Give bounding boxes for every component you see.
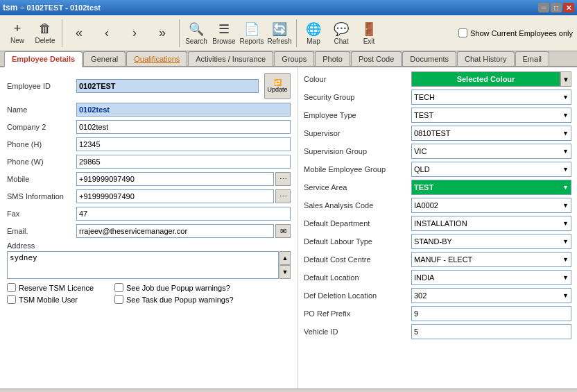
phone-h-input[interactable] xyxy=(76,137,291,151)
tab-post-code[interactable]: Post Code xyxy=(351,51,402,66)
def-deletion-location-row: Def Deletion Location 302 ▼ xyxy=(304,288,571,303)
browse-icon: ☰ xyxy=(218,22,230,37)
default-location-row: Default Location INDIA ▼ xyxy=(304,270,571,285)
supervision-group-control: VIC ▼ xyxy=(411,144,571,159)
back2-button[interactable]: « xyxy=(66,17,92,49)
default-cost-centre-row: Default Cost Centre MANUF - ELECT ▼ xyxy=(304,252,571,267)
colour-scroll-btn[interactable]: ▼ xyxy=(560,71,571,87)
colour-row: Colour Selected Colour ▼ xyxy=(304,71,571,87)
vehicle-id-input[interactable] xyxy=(411,324,571,339)
supervisor-value: 0810TEST xyxy=(414,129,451,137)
default-department-control: INSTALLATION ▼ xyxy=(411,216,571,231)
minimize-button[interactable]: ─ xyxy=(538,3,549,12)
email-input[interactable] xyxy=(76,224,274,238)
search-button[interactable]: 🔍 Search xyxy=(183,17,209,49)
sms-input[interactable] xyxy=(76,189,274,203)
map-button[interactable]: 🌐 Map xyxy=(300,17,327,49)
search-label: Search xyxy=(185,37,207,45)
sms-label: SMS Information xyxy=(7,192,76,201)
employee-type-dropdown[interactable]: TEST ▼ xyxy=(411,108,571,123)
exit-icon: 🚪 xyxy=(361,22,377,37)
task-popup-checkbox[interactable] xyxy=(114,295,123,304)
maximize-button[interactable]: □ xyxy=(551,3,562,12)
tab-general[interactable]: General xyxy=(83,51,126,66)
default-cost-centre-dropdown[interactable]: MANUF - ELECT ▼ xyxy=(411,252,571,267)
sales-analysis-code-label: Sales Analysis Code xyxy=(304,201,411,210)
new-button[interactable]: + New xyxy=(4,17,31,49)
name-input[interactable] xyxy=(76,103,291,117)
sales-analysis-code-arrow: ▼ xyxy=(562,202,569,209)
forward2-button[interactable]: » xyxy=(149,17,175,49)
default-department-value: INSTALLATION xyxy=(414,219,467,228)
address-label: Address xyxy=(7,241,291,250)
company2-label: Company 2 xyxy=(7,123,76,131)
tab-activities-insurance[interactable]: Activities / Insurance xyxy=(188,51,273,66)
address-scroll-down[interactable]: ▼ xyxy=(279,265,291,279)
supervisor-dropdown[interactable]: 0810TEST ▼ xyxy=(411,126,571,141)
email-label: Email. xyxy=(7,227,76,235)
tsm-mobile-checkbox[interactable] xyxy=(7,295,16,304)
default-labour-type-dropdown[interactable]: STAND-BY ▼ xyxy=(411,234,571,249)
employee-type-arrow: ▼ xyxy=(562,112,569,119)
def-deletion-location-dropdown[interactable]: 302 ▼ xyxy=(411,288,571,303)
mobile-employee-group-value: QLD xyxy=(414,165,430,173)
mobile-btn[interactable]: ⋯ xyxy=(275,172,291,186)
tab-qualifications[interactable]: Qualifications xyxy=(126,51,187,66)
job-popup-checkbox[interactable] xyxy=(114,283,123,292)
back-button[interactable]: ‹ xyxy=(94,17,120,49)
service-area-dropdown[interactable]: TEST ▼ xyxy=(411,180,571,195)
sales-analysis-code-dropdown[interactable]: IA0002 ▼ xyxy=(411,198,571,213)
company2-row: Company 2 xyxy=(7,120,291,134)
security-group-dropdown[interactable]: TECH ▼ xyxy=(411,90,571,105)
reports-button[interactable]: 📄 Reports xyxy=(239,17,265,49)
left-checkboxes: Reserve TSM Licence TSM Mobile User xyxy=(7,283,94,307)
company2-input[interactable] xyxy=(76,120,291,134)
mobile-employee-group-control: QLD ▼ xyxy=(411,162,571,177)
browse-button[interactable]: ☰ Browse xyxy=(211,17,237,49)
tab-groups[interactable]: Groups xyxy=(274,51,314,66)
address-input[interactable]: sydney xyxy=(7,251,279,279)
reserve-tsm-checkbox[interactable] xyxy=(7,283,16,292)
reports-icon: 📄 xyxy=(244,22,259,37)
close-button[interactable]: ✕ xyxy=(563,3,574,12)
show-current-checkbox[interactable] xyxy=(458,28,467,37)
po-ref-prefix-input[interactable] xyxy=(411,306,571,321)
tab-employee-details[interactable]: Employee Details xyxy=(4,51,83,67)
default-location-dropdown[interactable]: INDIA ▼ xyxy=(411,270,571,285)
refresh-button[interactable]: 🔄 Refresh xyxy=(266,17,293,49)
tsm-logo: tsm xyxy=(3,3,17,12)
default-department-dropdown[interactable]: INSTALLATION ▼ xyxy=(411,216,571,231)
delete-button[interactable]: 🗑 Delete xyxy=(32,17,58,49)
default-labour-type-value: STAND-BY xyxy=(414,237,452,246)
mobile-input[interactable] xyxy=(76,172,274,186)
employee-id-input[interactable] xyxy=(76,79,259,93)
vehicle-id-row: Vehicle ID xyxy=(304,324,571,339)
mobile-employee-group-row: Mobile Employee Group QLD ▼ xyxy=(304,162,571,177)
tab-email[interactable]: Email xyxy=(515,51,550,66)
tab-photo[interactable]: Photo xyxy=(315,51,350,66)
exit-button[interactable]: 🚪 Exit xyxy=(356,17,382,49)
sms-btn[interactable]: ⋯ xyxy=(275,189,291,203)
employee-type-label: Employee Type xyxy=(304,111,411,119)
address-scroll-up[interactable]: ▲ xyxy=(279,251,291,265)
update-button[interactable]: 🔁 Update xyxy=(264,73,291,99)
forward-button[interactable]: › xyxy=(121,17,148,49)
tab-chat-history[interactable]: Chat History xyxy=(457,51,515,66)
mobile-employee-group-dropdown[interactable]: QLD ▼ xyxy=(411,162,571,177)
selected-colour-button[interactable]: Selected Colour xyxy=(411,71,560,87)
update-icon: 🔁 xyxy=(274,79,282,86)
title-bar-left: tsm – 0102TEST - 0102test xyxy=(3,3,101,12)
email-btn[interactable]: ✉ xyxy=(275,224,291,238)
chat-button[interactable]: 💬 Chat xyxy=(328,17,354,49)
sales-analysis-code-row: Sales Analysis Code IA0002 ▼ xyxy=(304,198,571,213)
employee-type-control: TEST ▼ xyxy=(411,108,571,123)
phone-w-input[interactable] xyxy=(76,155,291,169)
name-label: Name xyxy=(7,105,76,114)
fax-label: Fax xyxy=(7,210,76,218)
supervision-group-dropdown[interactable]: VIC ▼ xyxy=(411,144,571,159)
tab-documents[interactable]: Documents xyxy=(402,51,456,66)
fax-input[interactable] xyxy=(76,207,291,221)
default-labour-type-row: Default Labour Type STAND-BY ▼ xyxy=(304,234,571,249)
po-ref-prefix-row: PO Ref Prefix xyxy=(304,306,571,321)
address-container: sydney ▲ ▼ xyxy=(7,251,291,279)
